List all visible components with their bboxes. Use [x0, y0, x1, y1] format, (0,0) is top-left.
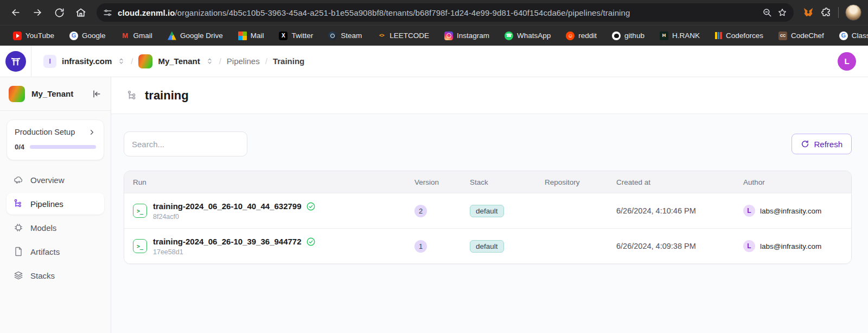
url-bar[interactable]: cloud.zenml.io/organizations/4b5c10b5-39…	[97, 3, 794, 22]
reload-button[interactable]	[50, 3, 68, 22]
author-cell: L labs@infrasity.com	[743, 205, 851, 217]
sidebar-item-artifacts[interactable]: Artifacts	[7, 241, 104, 262]
browser-toolbar: cloud.zenml.io/organizations/4b5c10b5-39…	[0, 0, 868, 25]
bookmark-leetcode[interactable]: LEETCODE	[372, 29, 435, 42]
controls-row: Refresh	[124, 131, 852, 156]
search-input[interactable]	[124, 131, 247, 156]
tenant-color-square	[9, 86, 25, 102]
created-at: 6/26/2024, 4:09:38 PM	[616, 242, 743, 250]
pipeline-title-icon	[126, 90, 138, 102]
sidebar-item-label: Artifacts	[30, 247, 60, 256]
bookmark-google[interactable]: Google	[64, 29, 111, 42]
page-titlebar: training	[111, 77, 868, 114]
bookmark-codeforces[interactable]: Codeforces	[710, 29, 769, 42]
author-avatar: L	[743, 240, 755, 252]
forward-button[interactable]	[28, 3, 47, 22]
app-body: My_Tenant Production Setup 0/4 Overview	[0, 77, 868, 333]
page-title: training	[145, 89, 189, 103]
stack-badge[interactable]: default	[470, 205, 504, 217]
google-drive-icon	[168, 32, 176, 40]
bookmark-classes[interactable]: Classes	[834, 29, 868, 42]
run-cell[interactable]: training-2024_06_26-10_39_36_944772 17ee…	[124, 237, 414, 256]
sidebar-item-overview[interactable]: Overview	[7, 169, 104, 191]
bookmark-google-drive[interactable]: Google Drive	[162, 29, 228, 42]
bookmark-star-icon[interactable]	[777, 8, 787, 17]
bookmark-youtube[interactable]: YouTube	[8, 29, 60, 42]
bookmark-label: Gmail	[133, 32, 152, 40]
bookmark-gmail[interactable]: Gmail	[116, 29, 158, 42]
bookmark-mail[interactable]: Mail	[233, 29, 270, 42]
screen: cloud.zenml.io/organizations/4b5c10b5-39…	[0, 0, 868, 333]
codeforces-icon	[715, 32, 722, 39]
bookmark-hackerrank[interactable]: H.RANK	[654, 29, 705, 42]
success-check-icon	[306, 237, 316, 247]
run-name[interactable]: training-2024_06_26-10_40_44_632799	[153, 202, 302, 211]
stack-badge[interactable]: default	[470, 240, 504, 253]
metamask-extension-icon[interactable]	[802, 7, 814, 18]
zoom-level-icon[interactable]	[762, 8, 772, 17]
production-setup-card[interactable]: Production Setup 0/4	[7, 120, 104, 160]
setup-progress-bar	[30, 145, 96, 149]
created-at: 6/26/2024, 4:10:46 PM	[616, 206, 743, 215]
terminal-icon	[133, 204, 147, 218]
bookmark-reddit[interactable]: reddit	[560, 29, 602, 42]
author-avatar: L	[743, 205, 755, 217]
bookmark-instagram[interactable]: Instagram	[439, 29, 495, 42]
bookmark-codechef[interactable]: CodeChef	[773, 29, 829, 42]
sidebar-item-label: Pipelines	[30, 199, 63, 209]
url-domain: cloud.zenml.io	[118, 8, 175, 17]
home-button[interactable]	[72, 3, 90, 22]
bookmark-label: Twitter	[291, 32, 313, 40]
zenml-logo[interactable]	[5, 51, 26, 72]
sidebar-nav: Overview Pipelines Models Artifacts Stac…	[0, 169, 111, 286]
bookmark-label: Classes	[852, 32, 868, 40]
browser-profile-avatar[interactable]	[845, 4, 861, 21]
bookmark-label: LEETCODE	[390, 32, 429, 40]
back-button[interactable]	[7, 3, 25, 22]
bookmark-steam[interactable]: Steam	[323, 29, 367, 42]
toolbar-divider	[838, 7, 839, 18]
content: Refresh Run Version Stack Repository Cre…	[111, 114, 868, 333]
chevron-right-icon	[88, 128, 96, 136]
sidebar-item-models[interactable]: Models	[7, 217, 104, 238]
torii-gate-icon	[10, 55, 22, 67]
codechef-icon	[778, 32, 787, 40]
sidebar-collapse-icon[interactable]	[91, 89, 102, 99]
sidebar-item-pipelines[interactable]: Pipelines	[7, 193, 104, 215]
table-row[interactable]: training-2024_06_26-10_40_44_632799 8f24…	[124, 193, 851, 228]
run-id: 8f24acf0	[153, 213, 316, 221]
table-row[interactable]: training-2024_06_26-10_39_36_944772 17ee…	[124, 228, 851, 263]
bookmark-whatsapp[interactable]: WhatsApp	[499, 29, 556, 42]
app-header: I infrasity.com / My_Tenant / Pipelines …	[0, 46, 868, 77]
extensions-icon[interactable]	[821, 7, 832, 18]
google-icon	[69, 32, 78, 40]
breadcrumb-tenant[interactable]: My_Tenant	[158, 56, 200, 66]
bookmark-github[interactable]: github	[607, 29, 650, 42]
bookmarks-bar: YouTube Google Gmail Google Drive Mail T…	[0, 25, 868, 46]
breadcrumb: I infrasity.com / My_Tenant / Pipelines …	[31, 54, 304, 68]
breadcrumb-pipelines[interactable]: Pipelines	[227, 56, 260, 66]
bookmark-label: CodeChef	[791, 32, 824, 40]
bookmark-twitter[interactable]: Twitter	[273, 29, 318, 42]
bookmark-label: reddit	[578, 32, 597, 40]
url-text: cloud.zenml.io/organizations/4b5c10b5-39…	[118, 8, 757, 17]
microsoft-mail-icon	[238, 32, 247, 40]
org-switcher-icon[interactable]	[117, 57, 125, 65]
run-cell[interactable]: training-2024_06_26-10_40_44_632799 8f24…	[124, 202, 414, 221]
youtube-icon	[13, 32, 22, 40]
user-avatar[interactable]: L	[838, 52, 856, 71]
overview-cloud-icon	[13, 174, 24, 185]
artifacts-file-icon	[13, 246, 24, 257]
sidebar-tenant-name: My_Tenant	[31, 89, 85, 98]
tenant-switcher-icon[interactable]	[206, 57, 214, 65]
column-header-version: Version	[414, 178, 470, 186]
breadcrumb-org[interactable]: infrasity.com	[62, 56, 112, 66]
site-settings-icon[interactable]	[103, 8, 112, 17]
breadcrumb-training: Training	[273, 56, 304, 66]
sidebar-item-stacks[interactable]: Stacks	[7, 265, 104, 286]
refresh-button[interactable]: Refresh	[792, 134, 852, 154]
classroom-icon	[839, 32, 848, 40]
column-header-author: Author	[743, 178, 851, 186]
run-name[interactable]: training-2024_06_26-10_39_36_944772	[153, 237, 302, 246]
back-icon	[10, 7, 21, 18]
